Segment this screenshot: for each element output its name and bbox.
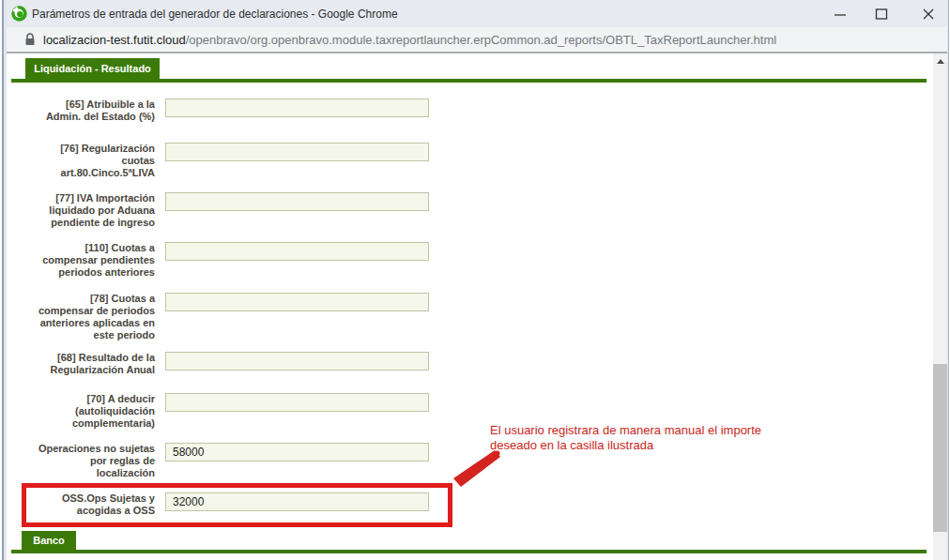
maximize-icon[interactable] (866, 0, 897, 27)
url-domain: localizacion-test.futit.cloud (43, 33, 186, 47)
field-label: [78] Cuotas a compensar de periodos ante… (11, 293, 155, 341)
section-divider-bottom (11, 550, 927, 553)
annotation-note: El usuario registrara de manera manual e… (490, 423, 856, 453)
field-input-6[interactable] (165, 393, 429, 412)
lock-icon[interactable] (24, 33, 36, 50)
field-label: [76] Regularización cuotas art.80.Cinco.… (11, 143, 155, 179)
minimize-icon[interactable] (824, 0, 856, 27)
field-input-5[interactable] (165, 352, 429, 371)
red-highlight-box (22, 483, 452, 527)
openbravo-logo-icon (11, 6, 27, 22)
field-label: [77] IVA Importación liquidado por Aduan… (11, 192, 155, 229)
scrollbar-thumb[interactable] (933, 364, 947, 532)
scroll-up-arrow-icon[interactable] (933, 53, 947, 69)
field-label: [70] A deducir (autoliquidación compleme… (11, 393, 155, 430)
section-tab-banco: Banco (22, 531, 76, 550)
section-tab-liquidacion-resultado: Liquidación - Resultado (25, 58, 160, 79)
section-divider-top (11, 79, 927, 83)
field-label: [68] Resultado de la Regularización Anua… (11, 352, 155, 376)
close-icon[interactable] (912, 0, 944, 27)
titlebar[interactable]: Parámetros de entrada del generador de d… (7, 0, 947, 27)
field-input-3[interactable] (165, 242, 429, 261)
field-input-7[interactable] (165, 443, 429, 462)
window-border-left (0, 0, 7, 560)
url-bar: localizacion-test.futit.cloud/openbravo/… (7, 27, 947, 53)
browser-popup-window: Parámetros de entrada del generador de d… (0, 0, 950, 560)
field-input-4[interactable] (165, 293, 429, 311)
field-input-1[interactable] (165, 143, 429, 161)
field-input-2[interactable] (165, 192, 429, 211)
url-text: localizacion-test.futit.cloud/openbravo/… (43, 27, 776, 52)
field-label: Operaciones no sujetas por reglas de loc… (11, 443, 155, 479)
window-title: Parámetros de entrada del generador de d… (32, 0, 398, 27)
vertical-scrollbar[interactable] (933, 53, 947, 560)
url-path: /openbravo/org.openbravo.module.taxrepor… (186, 33, 776, 47)
field-input-0[interactable] (165, 98, 429, 117)
field-label: [65] Atribuible a la Admin. del Estado (… (11, 98, 155, 123)
field-label: [110] Cuotas a compensar pendientes peri… (11, 242, 155, 279)
